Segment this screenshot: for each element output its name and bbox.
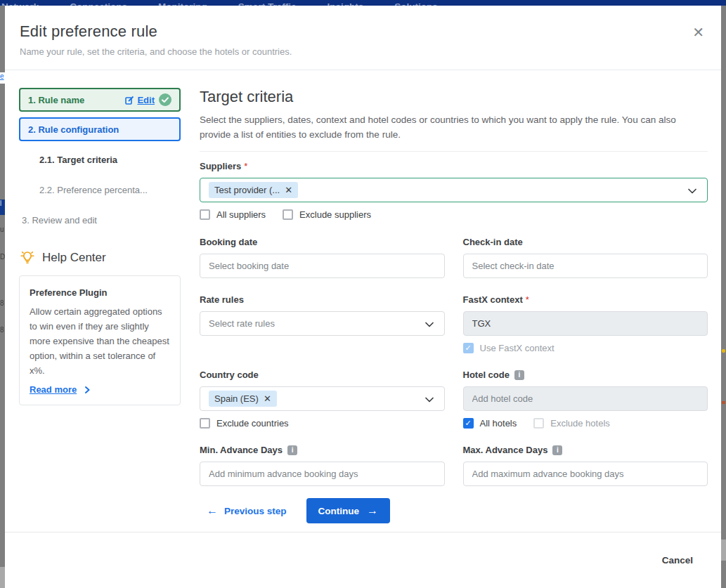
arrow-right-icon: → bbox=[367, 504, 378, 517]
chevron-down-icon bbox=[424, 394, 435, 405]
background-fragment: 8 bbox=[0, 299, 5, 308]
supplier-chip-label: Test provider (... bbox=[214, 185, 280, 195]
background-right-edge bbox=[721, 6, 726, 588]
stepper-sidebar: 1. Rule name Edit bbox=[19, 88, 181, 532]
step-rule-configuration-label: 2. Rule configuration bbox=[28, 124, 119, 135]
info-icon[interactable]: i bbox=[514, 370, 524, 380]
nav-item-connections[interactable]: Connections▾ bbox=[70, 0, 134, 6]
dialog-body: 1. Rule name Edit bbox=[5, 70, 721, 532]
background-fragment bbox=[722, 401, 725, 404]
fastx-context-input bbox=[463, 311, 708, 336]
hotel-code-label: Hotel code i bbox=[463, 370, 708, 380]
chip-remove-icon[interactable]: ✕ bbox=[285, 185, 292, 195]
all-suppliers-checkbox[interactable]: All suppliers bbox=[200, 209, 266, 220]
all-suppliers-label: All suppliers bbox=[216, 209, 266, 220]
checkbox-disabled bbox=[533, 418, 544, 429]
help-card: Preference Plugin Allow certain aggregat… bbox=[19, 275, 181, 405]
checkin-date-input[interactable] bbox=[463, 254, 708, 278]
nav-item-insights[interactable]: Insights▾ bbox=[327, 0, 370, 6]
help-center-header: Help Center bbox=[19, 249, 181, 266]
step-rule-name[interactable]: 1. Rule name Edit bbox=[19, 88, 181, 112]
lightbulb-icon bbox=[19, 249, 36, 266]
exclude-countries-label: Exclude countries bbox=[216, 418, 289, 429]
min-advance-days-field: Min. Advance Days i bbox=[200, 445, 445, 486]
use-fastx-context-checkbox: ✓ Use FastX context bbox=[463, 343, 555, 353]
background-fragment: l bbox=[0, 200, 5, 215]
booking-date-label: Booking date bbox=[200, 237, 445, 247]
background-fragment: u bbox=[0, 226, 5, 234]
exclude-suppliers-checkbox[interactable]: Exclude suppliers bbox=[283, 209, 371, 220]
all-hotels-checkbox[interactable]: ✓ All hotels bbox=[463, 418, 517, 429]
rate-rules-label: Rate rules bbox=[200, 294, 445, 305]
background-fragment: 8 bbox=[0, 326, 5, 334]
checkbox-checked-disabled: ✓ bbox=[463, 343, 474, 353]
background-scrollbar-thumb bbox=[721, 540, 726, 561]
dialog-footer: Cancel bbox=[5, 532, 721, 588]
background-fragment: D bbox=[0, 253, 5, 261]
rate-rules-placeholder: Select rate rules bbox=[209, 318, 275, 329]
nav-item-network[interactable]: Network▾ bbox=[1, 0, 46, 6]
read-more-label: Read more bbox=[30, 384, 77, 395]
booking-date-input[interactable] bbox=[200, 254, 445, 278]
dialog-header: Edit preference rule Name your rule, set… bbox=[5, 6, 721, 70]
max-advance-days-input[interactable] bbox=[463, 462, 708, 486]
background-scrollbar-thumb bbox=[0, 567, 5, 588]
country-code-multiselect[interactable]: Spain (ES) ✕ bbox=[200, 386, 445, 411]
background-top-nav: Network▾ Connections▾ Monitoring▾ Smart … bbox=[0, 0, 726, 6]
min-advance-days-label: Min. Advance Days i bbox=[200, 445, 445, 455]
target-criteria-panel: Target criteria Select the suppliers, da… bbox=[200, 88, 708, 532]
exclude-hotels-checkbox: Exclude hotels bbox=[533, 418, 610, 429]
dialog-subtitle: Name your rule, set the criteria, and ch… bbox=[20, 46, 701, 57]
exclude-suppliers-label: Exclude suppliers bbox=[299, 209, 371, 220]
chevron-right-icon bbox=[82, 385, 92, 395]
rate-rules-select[interactable]: Select rate rules bbox=[200, 311, 445, 336]
checkin-date-field: Check-in date bbox=[463, 237, 708, 278]
suppliers-field: Suppliers* Test provider (... ✕ bbox=[200, 161, 708, 220]
continue-label: Continue bbox=[318, 506, 360, 516]
exclude-hotels-label: Exclude hotels bbox=[550, 418, 610, 429]
nav-item-monitoring[interactable]: Monitoring▾ bbox=[158, 0, 214, 6]
use-fastx-context-label: Use FastX context bbox=[480, 343, 555, 353]
dialog-title: Edit preference rule bbox=[20, 22, 701, 41]
background-fragment bbox=[722, 349, 725, 353]
info-icon[interactable]: i bbox=[552, 445, 562, 455]
background-fragment: e bbox=[0, 72, 5, 84]
edit-preference-rule-dialog: Edit preference rule Name your rule, set… bbox=[5, 6, 721, 588]
step-review-and-edit[interactable]: 3. Review and edit bbox=[22, 215, 181, 226]
hotel-code-input bbox=[463, 386, 708, 411]
all-hotels-label: All hotels bbox=[480, 418, 517, 429]
help-center-title: Help Center bbox=[42, 251, 106, 265]
nav-item-smart-traffic[interactable]: Smart Traffic▾ bbox=[238, 0, 304, 6]
fastx-context-label: FastX context* bbox=[463, 294, 708, 305]
edit-link-label: Edit bbox=[137, 95, 155, 105]
checkbox-unchecked bbox=[200, 418, 210, 429]
suppliers-multiselect[interactable]: Test provider (... ✕ bbox=[200, 178, 708, 202]
required-asterisk: * bbox=[526, 294, 529, 305]
nav-item-solutions[interactable]: Solutions▾ bbox=[394, 0, 445, 6]
substep-preference-percentage[interactable]: 2.2. Preference percenta... bbox=[39, 185, 181, 195]
edit-rule-name-link[interactable]: Edit bbox=[125, 93, 171, 106]
chevron-down-icon bbox=[424, 319, 435, 330]
country-chip-label: Spain (ES) bbox=[214, 393, 259, 404]
continue-button[interactable]: Continue → bbox=[306, 498, 391, 523]
step-complete-check-icon bbox=[159, 93, 171, 106]
cancel-button[interactable]: Cancel bbox=[662, 555, 693, 566]
info-icon[interactable]: i bbox=[287, 445, 297, 455]
edit-pencil-icon bbox=[125, 96, 134, 105]
close-icon[interactable]: ✕ bbox=[692, 25, 704, 39]
checkbox-unchecked bbox=[200, 209, 210, 220]
previous-step-link[interactable]: ← Previous step bbox=[207, 504, 287, 517]
step-rule-name-label: 1. Rule name bbox=[28, 95, 84, 105]
country-code-label: Country code bbox=[200, 370, 445, 380]
min-advance-days-input[interactable] bbox=[200, 462, 445, 486]
panel-title: Target criteria bbox=[200, 88, 708, 106]
chip-remove-icon[interactable]: ✕ bbox=[264, 393, 271, 404]
hotel-code-field: Hotel code i ✓ All hotels Exclude hot bbox=[463, 370, 708, 429]
booking-date-field: Booking date bbox=[200, 237, 445, 278]
country-code-field: Country code Spain (ES) ✕ bbox=[200, 370, 445, 429]
help-card-title: Preference Plugin bbox=[30, 287, 170, 298]
exclude-countries-checkbox[interactable]: Exclude countries bbox=[200, 418, 289, 429]
substep-target-criteria[interactable]: 2.1. Target criteria bbox=[39, 155, 181, 165]
read-more-link[interactable]: Read more bbox=[30, 384, 170, 395]
step-rule-configuration[interactable]: 2. Rule configuration bbox=[19, 117, 181, 141]
